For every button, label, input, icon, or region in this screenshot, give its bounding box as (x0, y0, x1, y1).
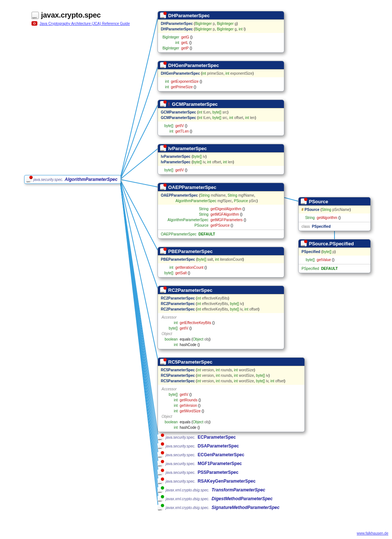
subclass-RSAKeyGenParameterSpec[interactable]: java.security.spec.RSAKeyGenParameterSpe… (158, 478, 304, 484)
subclass-MGF1ParameterSpec[interactable]: java.security.spec.MGF1ParameterSpec (158, 461, 304, 466)
footer-link[interactable]: www.falkhausen.de (357, 531, 388, 535)
constructor: DHParameterSpec (BigInteger p, BigIntege… (161, 21, 281, 26)
reference-link[interactable]: Java Cryptography Architecture (JCA) Ref… (40, 22, 130, 26)
method-getL: int getL () (161, 40, 281, 45)
subclass-ECGenParameterSpec[interactable]: java.security.spec.ECGenParameterSpec (158, 452, 304, 458)
class-header: PBEParameterSpec (158, 247, 284, 255)
subclass-name: MGF1ParameterSpec (198, 461, 242, 466)
class-box-RC5ParameterSpec[interactable]: RC5ParameterSpecRC5ParameterSpec (int ve… (158, 357, 305, 432)
svg-line-14 (120, 179, 158, 490)
constructor: RC5ParameterSpec (int version, int round… (161, 378, 302, 384)
svg-line-18 (284, 197, 299, 201)
subclass-name: PSSParameterSpec (198, 470, 238, 475)
spec-icon (158, 452, 163, 458)
root-node[interactable]: java.security.spec.AlgorithmParameterSpe… (24, 175, 121, 184)
spec-icon (158, 434, 163, 440)
reference-link-row: O Java Cryptography Architecture (JCA) R… (32, 21, 130, 26)
subclass-SignatureMethodParameterSpec[interactable]: javax.xml.crypto.dsig.spec.SignatureMeth… (158, 505, 304, 510)
method-getVersion: int getVersion () (161, 403, 302, 408)
method-block: int getExponentSize ()int getPrimeSize (… (158, 77, 284, 91)
constructor: GCMParameterSpec (int tLen, byte[] src) (161, 109, 281, 115)
section-label: Accessor (161, 386, 302, 392)
constructor-block: OAEPParameterSpec (String mdName, String… (158, 191, 284, 205)
spec-icon (160, 184, 166, 190)
constructor: DHGenParameterSpec (int primeSize, int e… (161, 71, 281, 76)
constructor: # PSource (String pSrcName) (302, 207, 367, 212)
class-name: PSource.PSpecified (309, 241, 354, 246)
spec-icon (158, 469, 163, 475)
class-box-PBEParameterSpec[interactable]: PBEParameterSpecPBEParameterSpec (byte[]… (158, 247, 284, 278)
subclass-name: SignatureMethodParameterSpec (212, 505, 280, 510)
class-box-IvParameterSpec[interactable]: IvParameterSpecIvParameterSpec (byte[] i… (158, 144, 284, 175)
method-getIV: byte[] getIV () (161, 392, 302, 397)
class-header: RC5ParameterSpec (158, 358, 304, 366)
subclass-name: DSAParameterSpec (198, 443, 239, 449)
method-block: Accessorbyte[] getIV ()int getRounds ()i… (158, 385, 304, 432)
method-getSalt: byte[] getSalt () (161, 270, 281, 276)
method-block: byte[] getIV ()int getTLen () (158, 122, 284, 135)
class-name: DHParameterSpec (168, 13, 210, 18)
method-equals: boolean equals (Object obj) (161, 419, 302, 425)
oracle-icon: O (32, 21, 37, 26)
method-getMGFParameters: AlgorithmParameterSpec getMGFParameters … (161, 217, 281, 223)
subclass-DigestMethodParameterSpec[interactable]: javax.xml.crypto.dsig.spec.DigestMethodP… (158, 496, 304, 502)
class-box-DHParameterSpec[interactable]: DHParameterSpecDHParameterSpec (BigInteg… (158, 11, 284, 53)
class-name: PBEParameterSpec (168, 249, 212, 254)
spec-icon (160, 359, 166, 365)
subclass-PSSParameterSpec[interactable]: java.security.spec.PSSParameterSpec (158, 469, 304, 475)
psource-column: PSource# PSource (String pSrcName)String… (298, 197, 371, 281)
constructor-block: DHParameterSpec (BigInteger p, BigIntege… (158, 19, 284, 33)
inner-class-ref: class PSpecified (302, 224, 367, 229)
method-block: int getIterationCount ()byte[] getSalt (… (158, 263, 284, 277)
bang-icon: ! (168, 101, 170, 107)
class-box-DHGenParameterSpec[interactable]: DHGenParameterSpecDHGenParameterSpec (in… (158, 61, 284, 92)
constructor-block: DHGenParameterSpec (int primeSize, int e… (158, 69, 284, 77)
spec-icon (158, 443, 163, 449)
method-block: String getDigestAlgorithm ()String getMG… (158, 205, 284, 230)
method-hashCode: int hashCode () (161, 425, 302, 430)
method-hashCode: int hashCode () (161, 342, 281, 347)
spec-icon (158, 496, 163, 502)
constructor: PSpecified (byte[] p) (302, 249, 367, 254)
method-getIV: byte[] getIV () (161, 123, 281, 129)
class-name: GCMParameterSpec (172, 101, 218, 107)
subclass-list: java.security.spec.ECParameterSpecjava.s… (158, 434, 304, 513)
method-getValue: byte[] getValue () (302, 257, 367, 263)
class-box-OAEPParameterSpec[interactable]: OAEPParameterSpecOAEPParameterSpec (Stri… (158, 183, 284, 239)
method-getIterationCount: int getIterationCount () (161, 265, 281, 270)
subclass-package: java.security.spec. (166, 479, 196, 483)
class-header: OAEPParameterSpec (158, 183, 284, 191)
svg-line-0 (120, 15, 158, 179)
method-block: byte[] getIV () (158, 166, 284, 174)
root-class: AlgorithmParameterSpec (65, 177, 118, 182)
method-getRounds: int getRounds () (161, 397, 302, 403)
class-box-GCMParameterSpec[interactable]: !GCMParameterSpecGCMParameterSpec (int t… (158, 100, 284, 136)
class-box-PSource.PSpecified[interactable]: PSource.PSpecifiedPSpecified (byte[] p)b… (298, 239, 371, 273)
root-package: java.security.spec. (33, 178, 63, 182)
subclass-package: javax.xml.crypto.dsig.spec. (166, 497, 210, 501)
spec-icon (160, 101, 166, 107)
constructor: RC2ParameterSpec (int effectiveKeyBits, … (161, 306, 281, 312)
field-block: OAEPParameterSpec DEFAULT (158, 230, 284, 238)
class-header: PSource.PSpecified (299, 239, 370, 248)
spec-icon (160, 12, 166, 18)
method-getWordSize: int getWordSize () (161, 408, 302, 414)
class-header: IvParameterSpec (158, 144, 284, 152)
method-block: byte[] getValue () (299, 256, 370, 264)
class-box-PSource[interactable]: PSource# PSource (String pSrcName)String… (298, 197, 371, 231)
svg-line-13 (120, 179, 158, 481)
constructor: DHParameterSpec (BigInteger p, BigIntege… (161, 26, 281, 32)
subclass-TransformParameterSpec[interactable]: javax.xml.crypto.dsig.spec.TransformPara… (158, 487, 304, 493)
subclass-DSAParameterSpec[interactable]: java.security.spec.DSAParameterSpec (158, 443, 304, 449)
svg-line-8 (120, 179, 158, 437)
subclass-ECParameterSpec[interactable]: java.security.spec.ECParameterSpec (158, 434, 304, 440)
svg-line-2 (120, 104, 158, 179)
spec-icon (26, 176, 32, 182)
spec-icon (158, 505, 163, 510)
section-label: Object (161, 331, 281, 337)
class-box-RC2ParameterSpec[interactable]: RC2ParameterSpecRC2ParameterSpec (int ef… (158, 286, 284, 349)
constructor: IvParameterSpec (byte[] iv, int offset, … (161, 159, 281, 165)
method-getTLen: int getTLen () (161, 129, 281, 134)
class-name: PSource (309, 199, 328, 204)
spec-icon (160, 248, 166, 254)
